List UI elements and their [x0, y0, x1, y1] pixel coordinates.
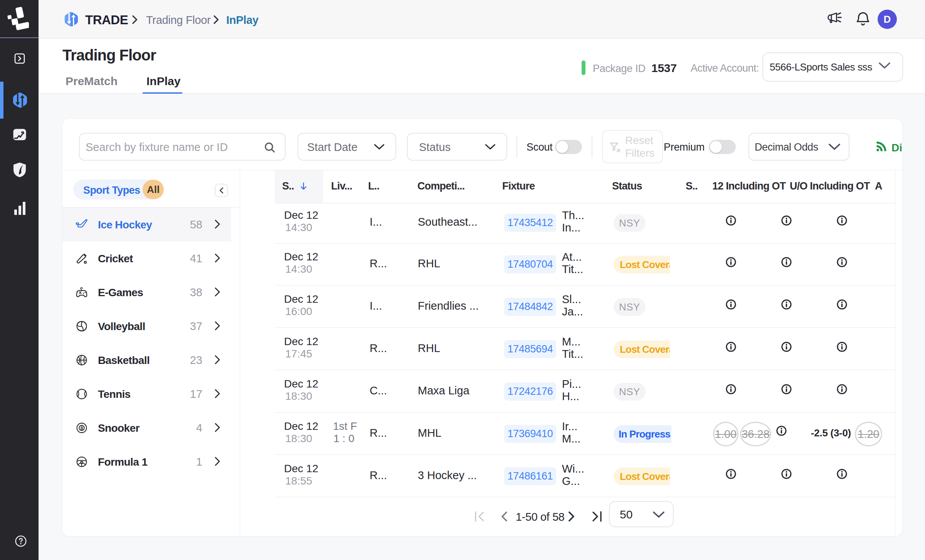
svg-text:8: 8 — [81, 426, 83, 431]
